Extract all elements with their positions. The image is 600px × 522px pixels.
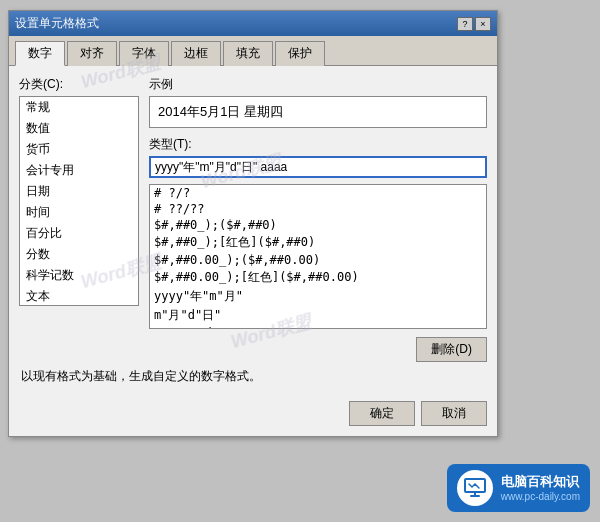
bottom-section: 删除(D) 以现有格式为基础，生成自定义的数字格式。	[19, 337, 487, 385]
brand-icon	[457, 470, 493, 506]
close-button[interactable]: ×	[475, 17, 491, 31]
brand-url: www.pc-daily.com	[501, 491, 580, 502]
dialog-body: 分类(C): 常规 数值 货币 会计专用 日期 时间 百分比 分数 科学记数 文…	[9, 66, 497, 395]
tab-border[interactable]: 边框	[171, 41, 221, 66]
type-label: 类型(T):	[149, 136, 487, 153]
brand-info: 电脑百科知识 www.pc-daily.com	[501, 474, 580, 502]
category-item[interactable]: 时间	[20, 202, 138, 223]
brand-name: 电脑百科知识	[501, 474, 580, 491]
cancel-button[interactable]: 取消	[421, 401, 487, 426]
brand-area: 电脑百科知识 www.pc-daily.com	[447, 464, 590, 512]
format-item[interactable]: yyyy/m/d	[150, 325, 486, 329]
dialog-actions: 确定 取消	[9, 395, 497, 436]
tab-protect[interactable]: 保护	[275, 41, 325, 66]
category-item[interactable]: 货币	[20, 139, 138, 160]
category-list[interactable]: 常规 数值 货币 会计专用 日期 时间 百分比 分数 科学记数 文本 特殊 自定…	[19, 96, 139, 306]
category-item[interactable]: 分数	[20, 244, 138, 265]
preview-label: 示例	[149, 76, 487, 93]
format-item[interactable]: m"月"d"日"	[150, 306, 486, 325]
right-section: 示例 2014年5月1日 星期四 类型(T): # ?/? # ??/??	[149, 76, 487, 329]
titlebar-buttons: ? ×	[457, 17, 491, 31]
format-item[interactable]: $#,##0.00_);[红色]($#,##0.00)	[150, 268, 486, 287]
type-input[interactable]	[149, 156, 487, 178]
top-section: 分类(C): 常规 数值 货币 会计专用 日期 时间 百分比 分数 科学记数 文…	[19, 76, 487, 329]
preview-value: 2014年5月1日 星期四	[158, 104, 283, 119]
delete-button[interactable]: 删除(D)	[416, 337, 487, 362]
category-section: 分类(C): 常规 数值 货币 会计专用 日期 时间 百分比 分数 科学记数 文…	[19, 76, 139, 329]
format-item[interactable]: # ?/?	[150, 185, 486, 201]
dialog-title: 设置单元格格式	[15, 15, 99, 32]
dialog-titlebar: 设置单元格格式 ? ×	[9, 11, 497, 36]
tab-align[interactable]: 对齐	[67, 41, 117, 66]
category-label: 分类(C):	[19, 76, 139, 93]
format-item[interactable]: yyyy"年"m"月"	[150, 287, 486, 306]
tab-bar: 数字 对齐 字体 边框 填充 保护	[9, 36, 497, 66]
svg-rect-0	[465, 479, 485, 492]
category-item[interactable]: 数值	[20, 118, 138, 139]
tab-number[interactable]: 数字	[15, 41, 65, 66]
format-item[interactable]: $#,##0.00_);($#,##0.00)	[150, 252, 486, 268]
preview-box: 2014年5月1日 星期四	[149, 96, 487, 128]
category-item[interactable]: 文本	[20, 286, 138, 306]
category-item[interactable]: 科学记数	[20, 265, 138, 286]
ok-button[interactable]: 确定	[349, 401, 415, 426]
type-input-row	[149, 156, 487, 178]
category-item[interactable]: 日期	[20, 181, 138, 202]
category-item[interactable]: 百分比	[20, 223, 138, 244]
help-button[interactable]: ?	[457, 17, 473, 31]
monitor-icon	[463, 476, 487, 500]
format-list[interactable]: # ?/? # ??/?? $#,##0_);($#,##0) $#,##0_)…	[149, 184, 487, 329]
format-item[interactable]: $#,##0_);[红色]($#,##0)	[150, 233, 486, 252]
tab-font[interactable]: 字体	[119, 41, 169, 66]
dialog: 设置单元格格式 ? × 数字 对齐 字体 边框 填充 保护 分类(C): 常规 …	[8, 10, 498, 437]
category-item[interactable]: 会计专用	[20, 160, 138, 181]
format-item[interactable]: # ??/??	[150, 201, 486, 217]
format-item[interactable]: $#,##0_);($#,##0)	[150, 217, 486, 233]
tab-fill[interactable]: 填充	[223, 41, 273, 66]
description-text: 以现有格式为基础，生成自定义的数字格式。	[19, 368, 487, 385]
type-group: 类型(T):	[149, 136, 487, 178]
delete-btn-row: 删除(D)	[19, 337, 487, 362]
preview-group: 示例 2014年5月1日 星期四	[149, 76, 487, 128]
category-item[interactable]: 常规	[20, 97, 138, 118]
